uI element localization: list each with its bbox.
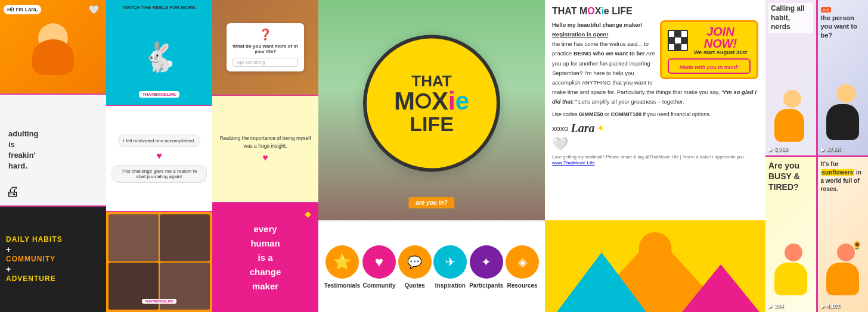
icon-resources[interactable]: ◈ Resources <box>506 245 539 289</box>
snail-mail-text: Love getting my snailmail? Please share … <box>552 154 758 160</box>
cell-testimonial-bubbles: I felt motivated and accomplished. ♥ Thi… <box>106 106 212 211</box>
cell-collage: THATMOXiELIFE <box>106 212 212 312</box>
sparkle-deco: ✦ <box>597 123 604 134</box>
person-illustration-2 <box>826 84 865 143</box>
icon-community[interactable]: ♥ Community <box>362 245 396 289</box>
heart-purple-icon: 🤍 <box>552 136 758 152</box>
participants-label: Participants <box>469 282 503 289</box>
col-1: Hi! I'm Lara, 🤍 adultingisfreakin'hard. … <box>0 0 106 312</box>
typewriter-icon: 🖨 <box>6 184 19 199</box>
video-calling-habits[interactable]: Calling all habit, nerds ▶ 5,768 <box>765 0 816 155</box>
video-stats-2: ▶ 17.6K <box>821 146 841 152</box>
cell-brick-question: ❓ What do you want more of in your life?… <box>212 0 318 95</box>
video-stats-4: ▶ 4,102 <box>821 303 841 309</box>
join-now-box: JOIN NOW! We start August 31st Made with… <box>660 20 758 79</box>
resources-icon-circle: ◈ <box>506 245 539 279</box>
qr-code <box>668 30 688 51</box>
cell-realizing: Realizing the importance of being myself… <box>212 96 318 202</box>
website-link[interactable]: www.ThatMoxie.Life <box>552 160 758 166</box>
cell-adulting: adultingisfreakin'hard. 🖨 <box>0 95 106 205</box>
icon-testimonials[interactable]: ⭐ Testimonials <box>324 245 360 289</box>
mountain-left <box>557 252 646 312</box>
testimonials-icon-circle: ⭐ <box>326 245 359 279</box>
caption-calling: Calling all habit, nerds <box>768 3 813 33</box>
cell-habits: DAILY HABITS + COMMUNITY + ADVENTURE <box>0 207 106 312</box>
cell-every-human: everyhumanis achangemaker ◆ <box>212 203 318 312</box>
bubble-1: I felt motivated and accomplished. <box>118 135 201 147</box>
icon-participants[interactable]: ✦ Participants <box>469 245 503 289</box>
heart-icon-2: ♥ <box>156 151 162 161</box>
icon-quotes[interactable]: 💬 Quotes <box>398 245 432 289</box>
logo-area: are you in? THAT MXie LIFE <box>318 0 545 220</box>
question-card: ❓ What do you want more of in your life?… <box>227 23 304 71</box>
video-sunflowers[interactable]: 🌻 It's for sunflowers in a world full of… <box>818 157 869 313</box>
mountain-scene <box>545 220 765 312</box>
adulting-text: adultingisfreakin'hard. <box>8 129 39 172</box>
view-count-1: 5,768 <box>774 146 788 152</box>
caption-not-person: the person you want to be? <box>821 14 866 39</box>
logo-moxie: MXie <box>394 89 469 114</box>
xoxo-text: xoxo <box>552 124 568 133</box>
person-illustration-1 <box>774 90 810 143</box>
community-label: Community <box>362 282 395 289</box>
testimonials-label: Testimonials <box>324 282 360 289</box>
newsletter-block: THAT MOXie LIFE JOIN NOW! We start Augus… <box>545 0 765 312</box>
moxie-logo-circle: THAT MXie LIFE <box>363 35 500 172</box>
bunny-icon: 🐇 <box>141 40 177 74</box>
lara-sig: Lara <box>571 121 594 135</box>
col-2: WATCH THE REELS FOR MORE 🐇 THATMOXiELIFE… <box>106 0 212 312</box>
logo-life: LIFE <box>410 114 454 134</box>
made-with-label: Made with you in mind: <box>668 58 751 74</box>
play-icon-1: ▶ <box>768 146 773 152</box>
cell-reels: WATCH THE REELS FOR MORE 🐇 THATMOXiELIFE <box>106 0 212 105</box>
mountain-right <box>682 264 760 312</box>
play-icon-3: ▶ <box>768 303 773 309</box>
participants-icon-circle: ✦ <box>470 245 503 279</box>
col-3: ❓ What do you want more of in your life?… <box>212 0 318 312</box>
person-illustration-3 <box>774 244 813 300</box>
community-icon-circle: ♥ <box>362 245 396 279</box>
made-with-text: Made with you in mind: <box>680 64 739 70</box>
video-stats-3: ▶ 264 <box>768 303 783 309</box>
reg-open: Registration is open! <box>552 31 608 38</box>
video-caption-1: Calling all habit, nerds <box>768 3 813 33</box>
person-illustration-4: 🌻 <box>826 244 865 300</box>
input-placeholder: type something <box>232 58 298 67</box>
question-icon: ❓ <box>232 28 298 41</box>
lara-image: Hi! I'm Lara, 🤍 <box>0 0 106 93</box>
video-caption-4: It's for sunflowers in a world full of r… <box>821 160 866 194</box>
greeting-text: Hello my beautiful change maker! <box>552 21 643 28</box>
brand-header: THAT MOXie LIFE <box>552 6 758 17</box>
join-now-text: JOIN NOW! We start August 31st <box>690 26 751 56</box>
reels-text: WATCH THE REELS FOR MORE <box>108 5 210 10</box>
heart-icon: 🤍 <box>89 5 99 14</box>
moxie-overlay-badge: THATMOXiELIFE <box>142 299 176 304</box>
play-icon-2: ▶ <box>821 146 825 152</box>
video-busy-tired[interactable]: Are you BUSY & TIRED? ▶ 264 <box>765 157 816 313</box>
question-text: What do you want more of in your life? <box>232 43 298 54</box>
hi-bubble: Hi! I'm Lara, <box>4 5 41 14</box>
icon-inspiration[interactable]: ✈ Inspiration <box>433 245 467 289</box>
join-subtitle: We start August 31st <box>690 49 751 56</box>
moxie-brand-badge: THATMOXiELIFE <box>139 91 179 98</box>
quotes-icon-circle: 💬 <box>398 245 432 279</box>
caption-busy: Are you BUSY & TIRED? <box>768 160 813 193</box>
play-icon-4: ▶ <box>821 303 825 309</box>
habits-line3: ADVENTURE <box>6 274 56 284</box>
are-you-in-label: are you in? <box>408 197 454 208</box>
body <box>32 39 74 75</box>
caption-sunflowers: It's for sunflowers in a world full of r… <box>821 160 866 194</box>
icon-bar: ⭐ Testimonials ♥ Community 💬 Quotes ✈ In… <box>318 220 545 312</box>
realizing-text: Realizing the importance of being myself… <box>218 135 312 150</box>
signature: xoxo Lara ✦ <box>552 121 758 135</box>
view-count-2: 17.6K <box>827 146 841 152</box>
cell-lara: Hi! I'm Lara, 🤍 <box>0 0 106 93</box>
newsletter-content: THAT MOXie LIFE JOIN NOW! We start Augus… <box>545 0 765 220</box>
habits-line2: COMMUNITY <box>6 254 55 264</box>
habits-plus2: + <box>6 264 11 274</box>
video-not-person[interactable]: not the person you want to be? ▶ 17.6K <box>818 0 869 155</box>
page-root: Hi! I'm Lara, 🤍 adultingisfreakin'hard. … <box>0 0 868 312</box>
inspiration-label: Inspiration <box>435 282 466 289</box>
inspiration-icon-circle: ✈ <box>433 245 467 279</box>
center-logo-block: are you in? THAT MXie LIFE ⭐ Testimonial… <box>318 0 545 312</box>
